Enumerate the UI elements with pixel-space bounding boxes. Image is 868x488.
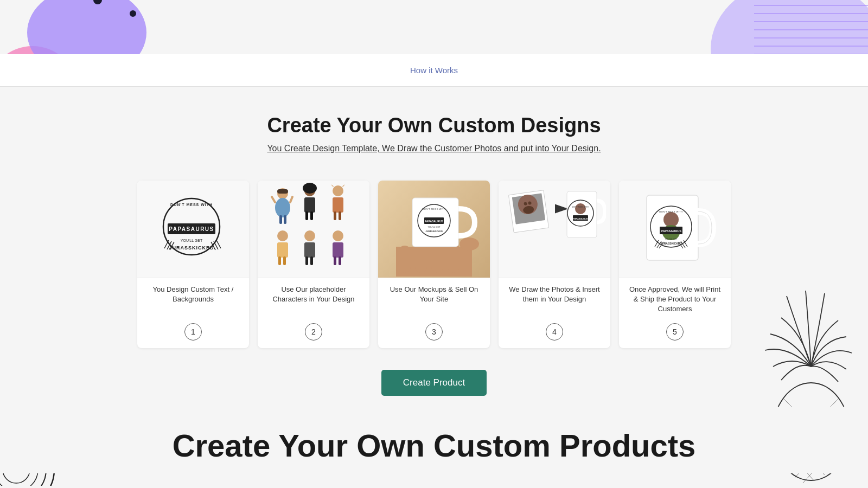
svg-rect-53 bbox=[277, 242, 288, 258]
svg-point-52 bbox=[277, 230, 288, 241]
create-product-button[interactable]: Create Product bbox=[381, 370, 487, 396]
svg-rect-43 bbox=[304, 197, 315, 213]
svg-text:DON'T MESS WITH: DON'T MESS WITH bbox=[572, 206, 589, 208]
svg-rect-35 bbox=[277, 189, 288, 194]
nav-bar: How it Works bbox=[0, 54, 868, 87]
svg-point-4 bbox=[130, 10, 136, 17]
bottom-title: Create Your Own Custom Products bbox=[43, 428, 825, 463]
step-4-image: PAPASAURUS DON'T MESS WITH bbox=[499, 181, 610, 278]
hero-title: Create Your Own Custom Designs bbox=[43, 114, 825, 137]
svg-text:YOU'LL GET: YOU'LL GET bbox=[665, 237, 678, 240]
svg-rect-66 bbox=[399, 246, 411, 273]
bottom-section: Create Your Own Custom Products bbox=[0, 407, 868, 474]
step-3-image: PAPASAURUS YOU'LL GET JURASSKICKED DON'T… bbox=[378, 181, 490, 278]
svg-point-3 bbox=[93, 0, 102, 4]
svg-text:PAPASAURUS: PAPASAURUS bbox=[661, 229, 681, 233]
svg-text:PAPASAURUS: PAPASAURUS bbox=[425, 220, 444, 223]
step-card-3: PAPASAURUS YOU'LL GET JURASSKICKED DON'T… bbox=[378, 181, 490, 348]
svg-text:PAPASAURUS: PAPASAURUS bbox=[573, 217, 588, 220]
step-5-image: PAPASAURUS YOU'LL GET JURASSKICKED DON'T… bbox=[619, 181, 731, 278]
svg-rect-85 bbox=[567, 191, 597, 237]
svg-text:DON'T MESS WITH: DON'T MESS WITH bbox=[170, 203, 213, 207]
svg-rect-54 bbox=[278, 256, 281, 265]
step-card-4: PAPASAURUS DON'T MESS WITH We Draw the P… bbox=[499, 181, 610, 348]
step-3-label: Use Our Mockups & Sell On Your Site bbox=[378, 278, 490, 319]
step-4-number: 4 bbox=[546, 323, 563, 341]
svg-rect-44 bbox=[305, 211, 308, 220]
svg-rect-57 bbox=[304, 242, 315, 258]
hero-section: Create Your Own Custom Designs You Creat… bbox=[0, 87, 868, 170]
svg-rect-51 bbox=[339, 211, 341, 220]
step-1-number: 1 bbox=[184, 323, 202, 341]
svg-rect-61 bbox=[333, 242, 343, 258]
svg-text:DON'T MESS WITH: DON'T MESS WITH bbox=[422, 208, 445, 210]
svg-rect-49 bbox=[333, 197, 343, 213]
svg-line-37 bbox=[272, 197, 275, 202]
svg-rect-45 bbox=[310, 211, 313, 220]
svg-text:JURASSKICKED: JURASSKICKED bbox=[425, 230, 443, 233]
svg-rect-69 bbox=[448, 243, 459, 273]
svg-rect-59 bbox=[310, 256, 313, 265]
svg-point-56 bbox=[304, 230, 315, 241]
svg-marker-48 bbox=[342, 184, 345, 187]
step-1-label: You Design Custom Text / Backgrounds bbox=[137, 278, 249, 319]
svg-point-87 bbox=[575, 203, 586, 214]
svg-point-46 bbox=[333, 185, 343, 196]
step-card-5: PAPASAURUS YOU'LL GET JURASSKICKED DON'T… bbox=[619, 181, 731, 348]
step-4-label: We Draw the Photos & Insert them in Your… bbox=[499, 278, 610, 319]
svg-text:DON'T MESS WITH: DON'T MESS WITH bbox=[659, 210, 682, 213]
svg-rect-39 bbox=[279, 215, 282, 224]
svg-point-60 bbox=[333, 230, 343, 241]
svg-marker-47 bbox=[331, 184, 334, 187]
step-1-image: DON'T MESS WITH PAPASAURUS YOU'LL GET JU… bbox=[137, 181, 249, 278]
step-2-number: 2 bbox=[305, 323, 322, 341]
svg-rect-40 bbox=[284, 215, 286, 224]
step-5-number: 5 bbox=[666, 323, 684, 341]
step-2-label: Use Our placeholder Characters in Your D… bbox=[258, 278, 369, 319]
svg-text:YOU'LL GET: YOU'LL GET bbox=[181, 239, 203, 242]
step-3-number: 3 bbox=[425, 323, 443, 341]
svg-text:YOU'LL GET: YOU'LL GET bbox=[427, 226, 441, 228]
svg-rect-62 bbox=[334, 256, 336, 265]
svg-point-36 bbox=[275, 198, 290, 217]
step-card-1: DON'T MESS WITH PAPASAURUS YOU'LL GET JU… bbox=[137, 181, 249, 348]
svg-rect-58 bbox=[305, 256, 308, 265]
step-5-label: Once Approved, We will Print & Ship the … bbox=[619, 278, 731, 319]
main-container: How it Works Create Your Own Custom Desi… bbox=[0, 54, 868, 488]
cta-section: Create Product bbox=[0, 359, 868, 407]
svg-line-38 bbox=[290, 197, 292, 202]
svg-rect-63 bbox=[339, 256, 341, 265]
svg-text:PAPASAURUS: PAPASAURUS bbox=[169, 226, 214, 232]
svg-rect-55 bbox=[283, 256, 286, 265]
step-card-2: Use Our placeholder Characters in Your D… bbox=[258, 181, 369, 348]
steps-section: DON'T MESS WITH PAPASAURUS YOU'LL GET JU… bbox=[0, 170, 868, 359]
svg-text:JURASSKICKED: JURASSKICKED bbox=[169, 245, 214, 251]
svg-point-65 bbox=[459, 237, 479, 251]
hero-subtitle[interactable]: You Create Design Template, We Draw the … bbox=[43, 144, 825, 153]
step-2-image bbox=[258, 181, 369, 278]
how-it-works-link[interactable]: How it Works bbox=[410, 66, 458, 75]
svg-point-42 bbox=[303, 183, 317, 194]
svg-rect-50 bbox=[334, 211, 336, 220]
svg-point-93 bbox=[663, 212, 679, 227]
